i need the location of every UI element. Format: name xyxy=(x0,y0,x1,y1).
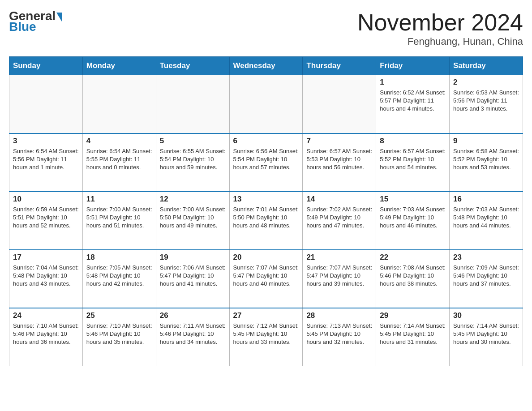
calendar-week-3: 10Sunrise: 6:59 AM Sunset: 5:51 PM Dayli… xyxy=(9,192,523,250)
calendar-cell: 26Sunrise: 7:11 AM Sunset: 5:46 PM Dayli… xyxy=(156,308,229,366)
calendar-cell: 18Sunrise: 7:05 AM Sunset: 5:48 PM Dayli… xyxy=(82,250,156,308)
day-number: 8 xyxy=(380,137,446,146)
day-number: 5 xyxy=(160,137,226,146)
calendar-cell: 22Sunrise: 7:08 AM Sunset: 5:46 PM Dayli… xyxy=(376,250,450,308)
calendar-cell: 1Sunrise: 6:52 AM Sunset: 5:57 PM Daylig… xyxy=(376,75,450,133)
calendar-cell: 13Sunrise: 7:01 AM Sunset: 5:50 PM Dayli… xyxy=(229,192,303,250)
day-number: 1 xyxy=(380,78,446,87)
day-info: Sunrise: 7:09 AM Sunset: 5:46 PM Dayligh… xyxy=(453,264,519,288)
calendar-cell: 16Sunrise: 7:03 AM Sunset: 5:48 PM Dayli… xyxy=(450,192,523,250)
calendar-header-thursday: Thursday xyxy=(303,57,376,75)
day-info: Sunrise: 6:54 AM Sunset: 5:55 PM Dayligh… xyxy=(86,147,152,172)
calendar-header-sunday: Sunday xyxy=(9,57,83,75)
day-number: 23 xyxy=(453,253,519,262)
calendar-cell: 24Sunrise: 7:10 AM Sunset: 5:46 PM Dayli… xyxy=(9,308,83,366)
day-info: Sunrise: 7:13 AM Sunset: 5:45 PM Dayligh… xyxy=(306,322,372,347)
day-info: Sunrise: 7:00 AM Sunset: 5:50 PM Dayligh… xyxy=(160,206,226,230)
day-info: Sunrise: 6:57 AM Sunset: 5:53 PM Dayligh… xyxy=(306,147,372,172)
calendar-cell: 15Sunrise: 7:03 AM Sunset: 5:49 PM Dayli… xyxy=(376,192,450,250)
calendar-cell xyxy=(82,75,156,133)
location-subtitle: Fenghuang, Hunan, China xyxy=(357,36,523,47)
day-info: Sunrise: 7:00 AM Sunset: 5:51 PM Dayligh… xyxy=(86,206,152,230)
calendar-cell xyxy=(303,75,376,133)
day-info: Sunrise: 6:56 AM Sunset: 5:54 PM Dayligh… xyxy=(233,147,299,172)
calendar-cell: 30Sunrise: 7:14 AM Sunset: 5:45 PM Dayli… xyxy=(450,308,523,366)
month-title: November 2024 xyxy=(357,9,523,36)
day-info: Sunrise: 7:08 AM Sunset: 5:46 PM Dayligh… xyxy=(380,264,446,288)
day-number: 2 xyxy=(453,78,519,87)
day-info: Sunrise: 7:07 AM Sunset: 5:47 PM Dayligh… xyxy=(233,264,299,288)
calendar-cell: 21Sunrise: 7:07 AM Sunset: 5:47 PM Dayli… xyxy=(303,250,376,308)
day-info: Sunrise: 7:10 AM Sunset: 5:46 PM Dayligh… xyxy=(13,322,79,347)
day-number: 14 xyxy=(306,195,372,204)
calendar-cell: 7Sunrise: 6:57 AM Sunset: 5:53 PM Daylig… xyxy=(303,133,376,192)
day-info: Sunrise: 6:58 AM Sunset: 5:52 PM Dayligh… xyxy=(453,147,519,172)
logo-arrow-icon xyxy=(56,13,62,21)
day-number: 12 xyxy=(160,195,226,204)
day-number: 17 xyxy=(13,253,79,262)
calendar-header-saturday: Saturday xyxy=(450,57,523,75)
day-number: 6 xyxy=(233,137,299,146)
day-number: 20 xyxy=(233,253,299,262)
day-info: Sunrise: 6:59 AM Sunset: 5:51 PM Dayligh… xyxy=(13,206,79,230)
day-number: 10 xyxy=(13,195,79,204)
day-info: Sunrise: 7:12 AM Sunset: 5:45 PM Dayligh… xyxy=(233,322,299,347)
calendar-cell: 8Sunrise: 6:57 AM Sunset: 5:52 PM Daylig… xyxy=(376,133,450,192)
day-info: Sunrise: 7:11 AM Sunset: 5:46 PM Dayligh… xyxy=(160,322,226,347)
calendar-week-4: 17Sunrise: 7:04 AM Sunset: 5:48 PM Dayli… xyxy=(9,250,523,308)
day-info: Sunrise: 7:02 AM Sunset: 5:49 PM Dayligh… xyxy=(306,206,372,230)
calendar-cell xyxy=(9,75,83,133)
day-info: Sunrise: 6:57 AM Sunset: 5:52 PM Dayligh… xyxy=(380,147,446,172)
day-info: Sunrise: 7:06 AM Sunset: 5:47 PM Dayligh… xyxy=(160,264,226,288)
day-number: 13 xyxy=(233,195,299,204)
day-info: Sunrise: 6:55 AM Sunset: 5:54 PM Dayligh… xyxy=(160,147,226,172)
day-info: Sunrise: 6:53 AM Sunset: 5:56 PM Dayligh… xyxy=(453,89,519,113)
day-info: Sunrise: 7:10 AM Sunset: 5:46 PM Dayligh… xyxy=(86,322,152,347)
calendar-cell: 20Sunrise: 7:07 AM Sunset: 5:47 PM Dayli… xyxy=(229,250,303,308)
calendar-cell xyxy=(156,75,229,133)
logo-blue-text: Blue xyxy=(9,20,36,34)
day-number: 19 xyxy=(160,253,226,262)
day-info: Sunrise: 7:05 AM Sunset: 5:48 PM Dayligh… xyxy=(86,264,152,288)
day-number: 15 xyxy=(380,195,446,204)
calendar-cell: 2Sunrise: 6:53 AM Sunset: 5:56 PM Daylig… xyxy=(450,75,523,133)
day-number: 26 xyxy=(160,311,226,320)
day-number: 4 xyxy=(86,137,152,146)
calendar-week-2: 3Sunrise: 6:54 AM Sunset: 5:56 PM Daylig… xyxy=(9,133,523,192)
calendar-header-friday: Friday xyxy=(376,57,450,75)
day-number: 3 xyxy=(13,137,79,146)
calendar-cell: 6Sunrise: 6:56 AM Sunset: 5:54 PM Daylig… xyxy=(229,133,303,192)
calendar-table: SundayMondayTuesdayWednesdayThursdayFrid… xyxy=(9,56,523,366)
calendar-cell: 17Sunrise: 7:04 AM Sunset: 5:48 PM Dayli… xyxy=(9,250,83,308)
calendar-week-1: 1Sunrise: 6:52 AM Sunset: 5:57 PM Daylig… xyxy=(9,75,523,133)
calendar-cell: 12Sunrise: 7:00 AM Sunset: 5:50 PM Dayli… xyxy=(156,192,229,250)
calendar-cell xyxy=(229,75,303,133)
day-info: Sunrise: 6:52 AM Sunset: 5:57 PM Dayligh… xyxy=(380,89,446,113)
calendar-cell: 19Sunrise: 7:06 AM Sunset: 5:47 PM Dayli… xyxy=(156,250,229,308)
calendar-cell: 28Sunrise: 7:13 AM Sunset: 5:45 PM Dayli… xyxy=(303,308,376,366)
day-number: 11 xyxy=(86,195,152,204)
day-number: 27 xyxy=(233,311,299,320)
page-header: General Blue November 2024 Fenghuang, Hu… xyxy=(9,9,523,47)
day-info: Sunrise: 7:03 AM Sunset: 5:49 PM Dayligh… xyxy=(380,206,446,230)
day-info: Sunrise: 7:03 AM Sunset: 5:48 PM Dayligh… xyxy=(453,206,519,230)
day-number: 24 xyxy=(13,311,79,320)
day-info: Sunrise: 7:01 AM Sunset: 5:50 PM Dayligh… xyxy=(233,206,299,230)
calendar-header-wednesday: Wednesday xyxy=(229,57,303,75)
calendar-cell: 27Sunrise: 7:12 AM Sunset: 5:45 PM Dayli… xyxy=(229,308,303,366)
day-number: 29 xyxy=(380,311,446,320)
day-number: 18 xyxy=(86,253,152,262)
day-number: 25 xyxy=(86,311,152,320)
calendar-header-monday: Monday xyxy=(82,57,156,75)
day-number: 22 xyxy=(380,253,446,262)
title-section: November 2024 Fenghuang, Hunan, China xyxy=(357,9,523,47)
calendar-header-tuesday: Tuesday xyxy=(156,57,229,75)
logo: General Blue xyxy=(9,9,62,34)
day-info: Sunrise: 7:14 AM Sunset: 5:45 PM Dayligh… xyxy=(453,322,519,347)
calendar-cell: 9Sunrise: 6:58 AM Sunset: 5:52 PM Daylig… xyxy=(450,133,523,192)
day-info: Sunrise: 6:54 AM Sunset: 5:56 PM Dayligh… xyxy=(13,147,79,172)
calendar-cell: 3Sunrise: 6:54 AM Sunset: 5:56 PM Daylig… xyxy=(9,133,83,192)
day-number: 9 xyxy=(453,137,519,146)
calendar-cell: 5Sunrise: 6:55 AM Sunset: 5:54 PM Daylig… xyxy=(156,133,229,192)
day-number: 21 xyxy=(306,253,372,262)
